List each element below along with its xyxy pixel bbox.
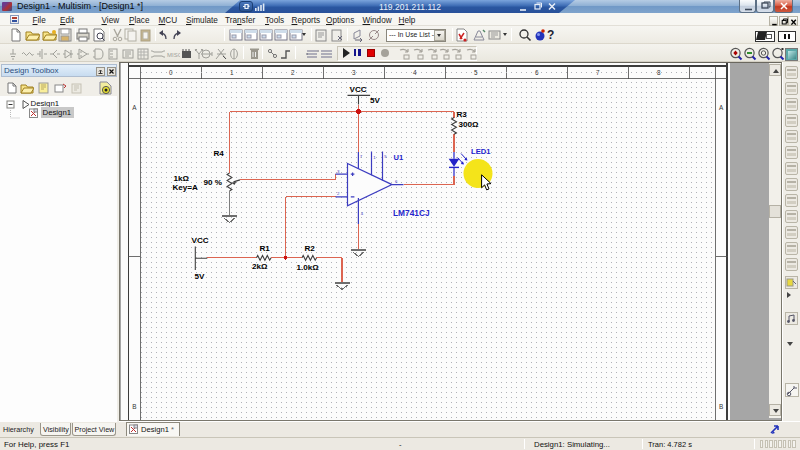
- svg-text:1kΩ: 1kΩ: [174, 174, 190, 183]
- svg-text:A: A: [132, 104, 137, 111]
- svg-text:LM741CJ: LM741CJ: [393, 208, 430, 218]
- svg-text:B: B: [132, 403, 136, 410]
- svg-text:8: 8: [657, 69, 661, 76]
- svg-text:1: 1: [230, 69, 234, 76]
- svg-text:3: 3: [352, 69, 356, 76]
- svg-text:A: A: [719, 104, 724, 111]
- svg-text:5: 5: [474, 69, 478, 76]
- svg-text:5V: 5V: [195, 272, 206, 281]
- svg-text:LED1: LED1: [471, 147, 491, 156]
- svg-text:6: 6: [535, 69, 539, 76]
- svg-text:2kΩ: 2kΩ: [252, 262, 268, 271]
- svg-text:R2: R2: [305, 244, 316, 253]
- svg-text:0: 0: [169, 69, 173, 76]
- svg-text:VCC: VCC: [192, 236, 209, 245]
- svg-text:4: 4: [413, 69, 417, 76]
- svg-text:300Ω: 300Ω: [459, 120, 480, 129]
- svg-text:R1: R1: [260, 244, 271, 253]
- svg-text:2: 2: [291, 69, 295, 76]
- svg-text:Key=A: Key=A: [173, 183, 199, 192]
- svg-text:R4: R4: [214, 149, 225, 158]
- svg-text:U1: U1: [394, 153, 404, 162]
- svg-text:90 %: 90 %: [204, 178, 222, 187]
- svg-text:VCC: VCC: [350, 85, 367, 94]
- svg-text:7: 7: [596, 69, 600, 76]
- svg-text:1.0kΩ: 1.0kΩ: [297, 263, 320, 272]
- svg-text:R3: R3: [457, 110, 468, 119]
- svg-text:MISC: MISC: [167, 52, 180, 58]
- svg-text:5V: 5V: [370, 96, 381, 105]
- svg-text:B: B: [719, 403, 723, 410]
